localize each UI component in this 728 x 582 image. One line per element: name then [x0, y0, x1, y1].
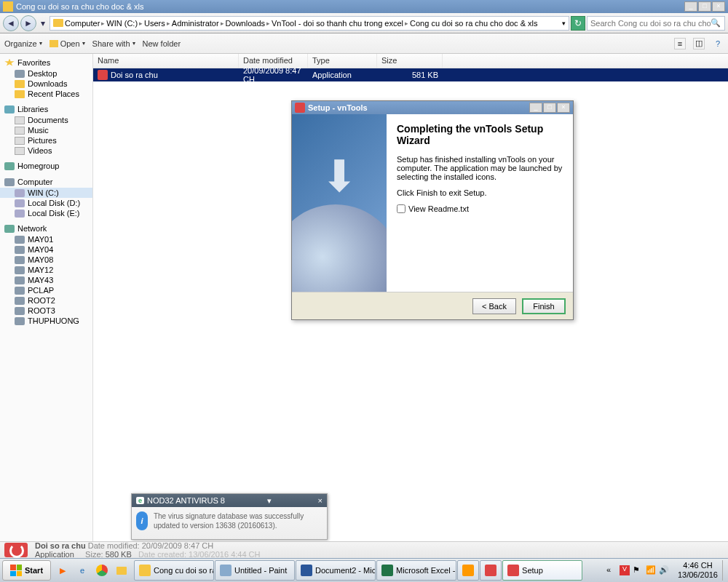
tray-show-hidden-icon[interactable]: «: [606, 565, 617, 575]
forward-button[interactable]: ►: [20, 15, 36, 31]
system-tray[interactable]: « V ⚑ 📶 🔊: [602, 565, 673, 575]
col-name[interactable]: Name: [93, 54, 239, 68]
sidebar-item-documents[interactable]: Documents: [0, 115, 92, 125]
column-headers[interactable]: Name Date modified Type Size: [93, 54, 728, 68]
details-pane: Doi so ra chu Date modified: 20/09/2009 …: [0, 541, 728, 558]
search-box[interactable]: 🔍: [587, 16, 725, 31]
history-dropdown[interactable]: ▾: [38, 15, 48, 31]
back-button[interactable]: ◄: [3, 15, 19, 31]
addr-dropdown-icon[interactable]: ▾: [562, 20, 566, 27]
back-button[interactable]: < Back: [472, 298, 516, 314]
setup-icon: [295, 103, 305, 113]
col-type[interactable]: Type: [308, 54, 377, 68]
sidebar-item-pclap[interactable]: PCLAP: [0, 285, 92, 295]
sidebar-item-may04[interactable]: MAY04: [0, 244, 92, 255]
taskbar-task[interactable]: [480, 560, 502, 581]
computer-group[interactable]: Computer: [0, 176, 92, 188]
taskbar-task[interactable]: Untitled - Paint: [215, 560, 295, 581]
ql-chrome-icon[interactable]: [92, 560, 111, 581]
sidebar-item-recent[interactable]: Recent Places: [0, 89, 92, 99]
address-bar: ◄ ► ▾ Computer▸ WIN (C:)▸ Users▸ Adminis…: [0, 13, 728, 33]
taskbar-task[interactable]: Document2 - Micro...: [296, 560, 376, 581]
organize-menu[interactable]: Organize▾: [4, 39, 42, 48]
info-icon: i: [136, 511, 148, 530]
minimize-button[interactable]: _: [684, 1, 697, 12]
new-folder-button[interactable]: New folder: [143, 39, 181, 48]
folder-icon: [53, 19, 63, 27]
help-button[interactable]: ?: [712, 38, 724, 49]
tray-sound-icon[interactable]: 🔊: [659, 565, 669, 575]
homegroup-group[interactable]: Homegroup: [0, 160, 92, 172]
wizard-heading: Completing the vnTools Setup Wizard: [397, 123, 563, 146]
tray-flag-icon[interactable]: ⚑: [633, 565, 643, 575]
close-button[interactable]: ×: [712, 1, 725, 12]
dialog-titlebar[interactable]: Setup - vnTools _ □ ×: [292, 101, 573, 114]
ql-explorer-icon[interactable]: [112, 560, 131, 581]
eset-notification: e NOD32 ANTIVIRUS 8 ▾ × i The virus sign…: [131, 493, 328, 540]
open-button[interactable]: Open▾: [50, 39, 85, 48]
taskbar-task[interactable]: [457, 560, 479, 581]
sidebar-item-desktop[interactable]: Desktop: [0, 68, 92, 79]
toast-close-icon[interactable]: ×: [318, 496, 323, 505]
window-titlebar: Cong cu doi so ra chu cho doc & xls _ □ …: [0, 0, 728, 13]
dialog-minimize-button[interactable]: _: [529, 103, 542, 113]
refresh-button[interactable]: ↻: [571, 16, 585, 31]
favorites-group[interactable]: Favorites: [0, 57, 92, 68]
view-readme-checkbox[interactable]: View Readme.txt: [397, 204, 563, 213]
sidebar-item-downloads[interactable]: Downloads: [0, 79, 92, 89]
wizard-text-1: Setup has finished installing vnTools on…: [397, 155, 563, 181]
sidebar-item-may43[interactable]: MAY43: [0, 275, 92, 285]
view-options-button[interactable]: ≡: [674, 38, 686, 49]
show-desktop-button[interactable]: [722, 560, 728, 581]
sidebar-item-root3[interactable]: ROOT3: [0, 306, 92, 316]
wizard-text-2: Click Finish to exit Setup.: [397, 188, 563, 197]
windows-logo-icon: [10, 565, 22, 576]
taskbar: Start ▶ e Cong cu doi so ra c...Untitled…: [0, 558, 728, 582]
taskbar-task[interactable]: Setup: [502, 560, 582, 581]
toast-message: The virus signature database was success…: [154, 511, 323, 530]
sidebar-item-thuphuong[interactable]: THUPHUONG: [0, 316, 92, 326]
network-group[interactable]: Network: [0, 223, 92, 234]
command-bar: Organize▾ Open▾ Share with▾ New folder ≡…: [0, 33, 728, 54]
eset-logo: e: [136, 497, 144, 504]
sidebar-item-pictures[interactable]: Pictures: [0, 135, 92, 146]
search-icon[interactable]: 🔍: [711, 18, 721, 28]
toast-title: NOD32 ANTIVIRUS 8: [147, 496, 225, 505]
sidebar-item-disk-d[interactable]: Local Disk (D:): [0, 198, 92, 208]
folder-icon: [3, 1, 13, 12]
breadcrumb[interactable]: Computer▸ WIN (C:)▸ Users▸ Administrator…: [50, 16, 569, 31]
ql-ie-icon[interactable]: e: [73, 560, 92, 581]
maximize-button[interactable]: □: [698, 1, 711, 12]
tray-unikey-icon[interactable]: V: [620, 565, 630, 575]
sidebar-item-may08[interactable]: MAY08: [0, 255, 92, 265]
app-icon: [98, 70, 108, 80]
search-input[interactable]: [590, 19, 711, 28]
navigation-pane: Favorites Desktop Downloads Recent Place…: [0, 54, 93, 541]
finish-button[interactable]: Finish: [522, 298, 566, 314]
sidebar-item-videos[interactable]: Videos: [0, 146, 92, 156]
sidebar-item-disk-e[interactable]: Local Disk (E:): [0, 208, 92, 218]
sidebar-item-may12[interactable]: MAY12: [0, 265, 92, 275]
tray-network-icon[interactable]: 📶: [646, 565, 656, 575]
file-row[interactable]: Doi so ra chu 20/09/2009 8:47 CH Applica…: [93, 68, 728, 81]
sidebar-item-may01[interactable]: MAY01: [0, 234, 92, 244]
wizard-banner: [292, 114, 387, 292]
toast-pin-icon[interactable]: ▾: [267, 496, 272, 506]
file-large-icon: [4, 543, 28, 557]
ql-media-player-icon[interactable]: ▶: [53, 560, 72, 581]
taskbar-clock[interactable]: 4:46 CH 13/06/2016: [673, 561, 722, 580]
libraries-group[interactable]: Libraries: [0, 103, 92, 115]
dialog-close-button[interactable]: ×: [557, 103, 570, 113]
col-size[interactable]: Size: [377, 54, 443, 68]
dialog-maximize-button[interactable]: □: [543, 103, 556, 113]
taskbar-task[interactable]: Cong cu doi so ra c...: [134, 560, 214, 581]
sidebar-item-music[interactable]: Music: [0, 125, 92, 135]
start-button[interactable]: Start: [2, 560, 51, 581]
setup-dialog: Setup - vnTools _ □ × Completing the vnT…: [291, 100, 574, 320]
preview-pane-button[interactable]: ◫: [693, 38, 705, 49]
share-menu[interactable]: Share with▾: [92, 39, 135, 48]
window-title: Cong cu doi so ra chu cho doc & xls: [16, 2, 684, 11]
sidebar-item-win-c[interactable]: WIN (C:): [0, 188, 92, 198]
taskbar-task[interactable]: Microsoft Excel - B...: [376, 560, 456, 581]
sidebar-item-root2[interactable]: ROOT2: [0, 295, 92, 306]
